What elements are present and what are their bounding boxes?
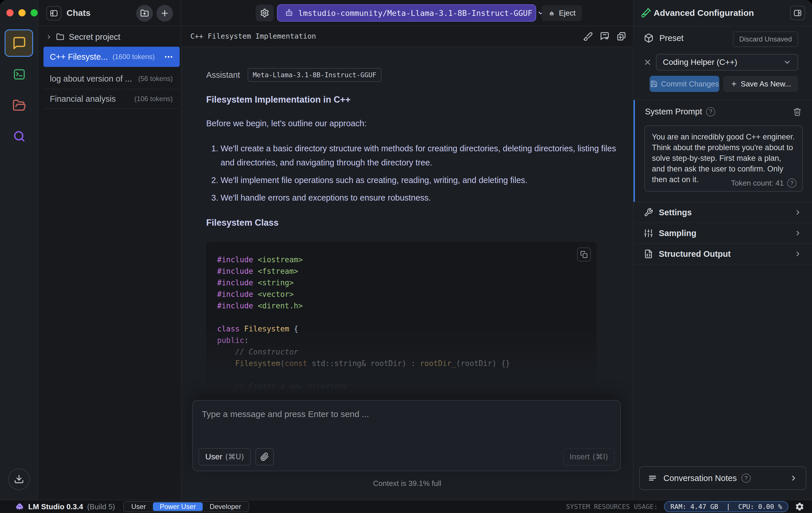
loaded-model-selector[interactable]: lmstudio-community/Meta-Llama-3.1-8B-Ins…	[277, 4, 536, 22]
section-sampling[interactable]: Sampling	[634, 223, 812, 244]
search-icon	[12, 129, 26, 143]
message-input-box[interactable]: Type a message and press Enter to send .…	[192, 400, 621, 471]
system-prompt-textarea[interactable]: You are an incredibly good C++ engineer.…	[644, 125, 803, 192]
help-icon[interactable]: ?	[742, 474, 751, 483]
code-lines: #include <iostream>#include <fstream>#in…	[217, 254, 597, 404]
advanced-configuration-panel: Advanced Configuration Preset Discard Un…	[634, 0, 812, 500]
collapse-panel-button[interactable]	[790, 6, 805, 20]
help-icon[interactable]: ?	[706, 107, 715, 116]
system-prompt-accent	[634, 100, 635, 202]
loaded-model-name: lmstudio-community/Meta-Llama-3.1-8B-Ins…	[298, 9, 532, 18]
chat-list: C++ Filesyste...(1600 tokens)•••log abou…	[38, 47, 181, 109]
chat-title-bar: C++ Filesystem Implementation	[181, 26, 633, 47]
copy-icon	[580, 251, 588, 258]
app-build: (Build 5)	[87, 502, 115, 511]
terminal-icon	[12, 68, 26, 81]
chat-list-item[interactable]: C++ Filesyste...(1600 tokens)•••	[44, 47, 180, 67]
chevron-right-icon	[46, 34, 52, 40]
code-line: public:	[217, 334, 597, 346]
assistant-role-label: Assistant	[206, 70, 240, 80]
assistant-message: Assistant Meta-Llama-3.1-8B-Instruct-GGU…	[206, 68, 624, 421]
close-window-button[interactable]	[6, 9, 13, 17]
insert-button[interactable]: Insert (⌘I)	[563, 448, 614, 465]
code-line: #include <fstream>	[217, 265, 597, 277]
chat-list-item[interactable]: log about version of ...(56 tokens)	[44, 69, 179, 89]
lm-studio-window: Chats Secret project C++ Filesyste...(16…	[0, 0, 812, 513]
code-line: // Create a new directory	[217, 381, 597, 392]
panel-left-icon	[50, 9, 58, 18]
resources-value-pill[interactable]: RAM: 4.47 GB | CPU: 0.00 %	[664, 501, 788, 512]
system-prompt-section: System Prompt ? You are an incredibly go…	[634, 100, 812, 202]
clear-messages-button[interactable]	[600, 31, 610, 41]
chat-list-item[interactable]: Financial analysis(106 tokens)	[44, 89, 179, 109]
chevron-right-icon	[794, 209, 802, 216]
code-line: #include <vector>	[217, 289, 597, 300]
nav-discover-button[interactable]	[0, 129, 38, 143]
mode-power-user[interactable]: Power User	[153, 502, 203, 511]
plus-icon	[730, 80, 737, 87]
eject-model-button[interactable]: Eject	[542, 5, 582, 21]
collapse-sidebar-button[interactable]	[46, 6, 61, 21]
paintbrush-icon	[583, 31, 593, 41]
attach-file-button[interactable]	[255, 448, 274, 465]
discard-unsaved-button[interactable]: Discard Unsaved	[733, 31, 798, 47]
minimize-window-button[interactable]	[19, 9, 26, 17]
model-settings-button[interactable]	[256, 5, 273, 21]
eject-icon	[548, 9, 555, 17]
panel-right-icon	[793, 9, 802, 17]
chats-sidebar-header: Chats	[38, 0, 181, 26]
folder-name: Secret project	[69, 32, 120, 42]
mode-user[interactable]: User	[124, 502, 153, 511]
code-line: #include <iostream>	[217, 254, 597, 265]
app-name: LM Studio 0.3.4	[28, 502, 83, 511]
context-usage-status: Context is 39.1% full	[181, 479, 633, 488]
insert-label: Insert	[570, 452, 590, 461]
section-settings[interactable]: Settings	[634, 202, 812, 223]
role-toggle-button[interactable]: User (⌘U)	[198, 448, 251, 465]
mode-developer[interactable]: Developer	[203, 502, 248, 511]
advanced-config-title: Advanced Configuration	[654, 8, 754, 18]
nav-developer-button[interactable]	[0, 68, 38, 81]
section-label: Structured Output	[659, 249, 731, 259]
conversation-notes-button[interactable]: Conversation Notes ?	[639, 466, 806, 490]
chat-item-token-count: (106 tokens)	[135, 95, 173, 103]
message-input-placeholder: Type a message and press Enter to send .…	[202, 409, 369, 419]
robot-icon	[285, 8, 294, 18]
chat-bubble-icon	[11, 36, 27, 51]
zoom-window-button[interactable]	[31, 9, 38, 17]
code-line: class Filesystem {	[217, 323, 597, 334]
downloads-button[interactable]	[8, 468, 30, 490]
help-icon[interactable]: ?	[787, 179, 796, 188]
new-chat-button[interactable]	[156, 5, 173, 22]
preset-select[interactable]: Coding Helper (C++)	[656, 54, 798, 71]
chat-item-title: log about version of ...	[50, 74, 132, 84]
file-braces-icon	[644, 249, 653, 259]
chat-item-menu-button[interactable]: •••	[165, 54, 173, 60]
commit-changes-button[interactable]: Commit Changes	[649, 76, 719, 92]
chats-sidebar: Chats Secret project C++ Filesyste...(16…	[38, 0, 181, 500]
chat-item-token-count: (56 tokens)	[138, 75, 173, 83]
nav-my-models-button[interactable]	[0, 99, 38, 112]
preset-label: Preset	[659, 33, 684, 43]
chat-title: C++ Filesystem Implementation	[190, 32, 316, 40]
folder-open-icon	[12, 99, 26, 112]
trash-icon[interactable]	[793, 108, 802, 116]
clear-preset-button[interactable]	[643, 58, 652, 66]
test-tube-icon	[641, 7, 651, 18]
duplicate-chat-button[interactable]	[616, 31, 626, 41]
clean-chat-button[interactable]	[583, 31, 593, 41]
copy-code-button[interactable]	[577, 248, 591, 262]
user-mode-switcher: UserPower UserDeveloper	[123, 501, 249, 512]
code-line	[217, 312, 597, 323]
section-structured-output[interactable]: Structured Output	[634, 244, 812, 265]
message-heading-code: Filesystem Class	[206, 218, 624, 228]
chevron-right-icon	[794, 230, 802, 237]
new-folder-button[interactable]	[136, 5, 153, 22]
nav-chats-button[interactable]	[5, 29, 33, 57]
save-icon	[650, 80, 658, 88]
folder-row-secret-project[interactable]: Secret project	[38, 29, 181, 45]
settings-gear-icon[interactable]	[795, 502, 805, 512]
save-as-new-button[interactable]: Save As New...	[723, 76, 798, 92]
section-label: Sampling	[659, 228, 697, 238]
code-block: #include <iostream>#include <fstream>#in…	[206, 242, 597, 421]
